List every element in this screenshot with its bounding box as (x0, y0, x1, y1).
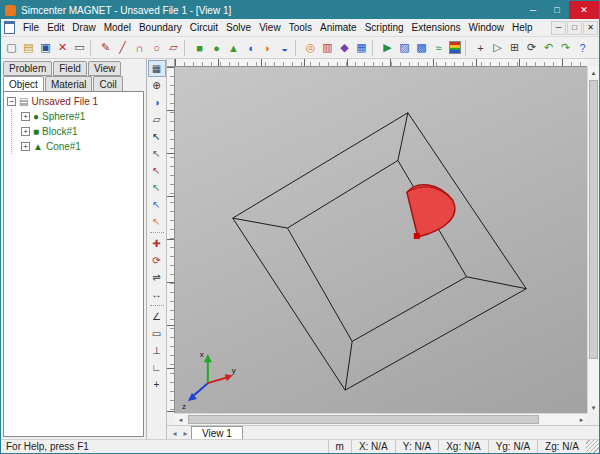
select-face-icon[interactable]: ↖ (148, 196, 166, 213)
menu-draw[interactable]: Draw (68, 19, 99, 37)
tree-item-sphere-1[interactable]: +●Sphere#1 (21, 109, 143, 124)
menu-tools[interactable]: Tools (285, 19, 316, 37)
view-canvas[interactable]: x y z (175, 67, 587, 413)
scroll-up-icon[interactable]: ▴ (588, 67, 599, 78)
box-primitive-icon[interactable]: ■ (191, 39, 208, 57)
select-volume-icon[interactable]: ↖ (148, 213, 166, 230)
tab-nav-right-icon[interactable]: ▸ (180, 427, 191, 439)
v-scroll-thumb[interactable] (589, 80, 598, 359)
animate-icon[interactable]: ▷ (489, 39, 506, 57)
menu-edit[interactable]: Edit (43, 19, 68, 37)
menu-animate[interactable]: Animate (316, 19, 361, 37)
zoom-extents-icon[interactable]: ⊞ (506, 39, 523, 57)
move-icon[interactable]: ✚ (148, 235, 166, 252)
select-edge-icon[interactable]: ↖ (148, 179, 166, 196)
scene-svg[interactable]: x y z (175, 67, 587, 413)
menu-solve[interactable]: Solve (222, 19, 255, 37)
magnet-icon[interactable]: ▥ (319, 39, 336, 57)
horizontal-scrollbar[interactable]: ◂ ▸ (175, 413, 587, 425)
new-file-icon[interactable]: ▢ (3, 39, 20, 57)
menu-circuit[interactable]: Circuit (186, 19, 222, 37)
expand-icon[interactable]: + (21, 112, 30, 121)
help-icon[interactable]: ? (574, 39, 591, 57)
menu-help[interactable]: Help (508, 19, 537, 37)
tab-object[interactable]: Object (3, 76, 44, 91)
v-scroll-track[interactable] (588, 78, 599, 402)
rotate-view-icon[interactable]: ⟳ (523, 39, 540, 57)
maximize-button[interactable]: □ (545, 1, 569, 19)
mdi-document-icon[interactable] (4, 21, 15, 34)
view-wireframe-icon[interactable]: ▱ (148, 111, 166, 128)
print-icon[interactable]: ▭ (71, 39, 88, 57)
menu-view[interactable]: View (255, 19, 285, 37)
view-tab[interactable]: View 1 (191, 426, 243, 439)
material-icon[interactable]: ◆ (336, 39, 353, 57)
menu-extensions[interactable]: Extensions (408, 19, 465, 37)
resize-grip[interactable] (586, 440, 599, 453)
contour-plot-icon[interactable]: ▩ (413, 39, 430, 57)
delete-icon[interactable]: ✕ (54, 39, 71, 57)
solve-icon[interactable]: ▶ (379, 39, 396, 57)
scroll-down-icon[interactable]: ▾ (588, 402, 599, 413)
line-tool-icon[interactable]: ╱ (114, 39, 131, 57)
select-object-icon[interactable]: ↖ (148, 145, 166, 162)
arc-tool-icon[interactable]: ∩ (131, 39, 148, 57)
tree-root[interactable]: − ▤ Unsaved File 1 (7, 94, 143, 109)
cs-axes-icon[interactable]: ⊥ (148, 342, 166, 359)
probe-icon[interactable]: + (472, 39, 489, 57)
menu-model[interactable]: Model (100, 19, 135, 37)
zoom-icon[interactable]: ⊕ (148, 77, 166, 94)
tab-material[interactable]: Material (45, 76, 93, 91)
tree-item-block-1[interactable]: +■Block#1 (21, 124, 143, 139)
save-icon[interactable]: ▣ (37, 39, 54, 57)
menu-window[interactable]: Window (465, 19, 509, 37)
select-vertex-icon[interactable]: ↖ (148, 162, 166, 179)
tree-item-cone-1[interactable]: +▲Cone#1 (21, 139, 143, 154)
expand-icon[interactable]: + (21, 127, 30, 136)
mirror-icon[interactable]: ⇌ (148, 269, 166, 286)
cone-primitive-icon[interactable]: ▲ (225, 39, 242, 57)
menu-file[interactable]: File (19, 19, 43, 37)
cone-handle[interactable] (414, 233, 420, 239)
tab-nav-left-icon[interactable]: ◂ (169, 427, 180, 439)
collapse-icon[interactable]: − (7, 97, 16, 106)
h-scroll-thumb[interactable] (188, 415, 539, 424)
vertical-scrollbar[interactable]: ▴ ▾ (587, 67, 599, 413)
mdi-restore-button[interactable]: □ (567, 21, 582, 35)
expand-icon[interactable]: + (21, 142, 30, 151)
mdi-minimize-button[interactable]: ─ (551, 21, 566, 35)
tab-problem[interactable]: Problem (3, 61, 52, 76)
scale-icon[interactable]: ↔ (148, 286, 166, 303)
scroll-left-icon[interactable]: ◂ (175, 414, 186, 425)
tab-view[interactable]: View (88, 61, 122, 76)
menu-scripting[interactable]: Scripting (361, 19, 408, 37)
scroll-right-icon[interactable]: ▸ (576, 414, 587, 425)
coil-icon[interactable]: ◎ (302, 39, 319, 57)
ruler-icon[interactable]: ▭ (148, 325, 166, 342)
tab-field[interactable]: Field (53, 61, 87, 76)
close-button[interactable]: ✕ (569, 1, 599, 19)
view-shaded-icon[interactable]: ◑ (148, 94, 166, 111)
sphere-primitive-icon[interactable]: ● (208, 39, 225, 57)
cs-global-icon[interactable]: + (148, 376, 166, 393)
redo-icon[interactable]: ↷ (557, 39, 574, 57)
union-icon[interactable]: ◖ (242, 39, 259, 57)
h-scroll-track[interactable] (186, 414, 576, 425)
select-pointer-icon[interactable]: ↖ (148, 128, 166, 145)
block-wireframe[interactable] (233, 113, 527, 390)
menu-boundary[interactable]: Boundary (135, 19, 186, 37)
colorbar-icon[interactable] (449, 41, 461, 54)
intersection-icon[interactable]: ◗ (259, 39, 276, 57)
mesh-icon[interactable]: ▦ (353, 39, 370, 57)
subtract-icon[interactable]: ◒ (276, 39, 293, 57)
grid-snap-icon[interactable]: ▦ (148, 60, 166, 77)
open-folder-icon[interactable]: ▤ (20, 39, 37, 57)
rotate-icon[interactable]: ⟳ (148, 252, 166, 269)
pencil-icon[interactable]: ✎ (97, 39, 114, 57)
graph-icon[interactable]: ≈ (430, 39, 447, 57)
minimize-button[interactable]: ─ (521, 1, 545, 19)
field-plot-icon[interactable]: ▨ (396, 39, 413, 57)
undo-icon[interactable]: ↶ (540, 39, 557, 57)
cs-local-icon[interactable]: ∟ (148, 359, 166, 376)
circle-tool-icon[interactable]: ○ (148, 39, 165, 57)
